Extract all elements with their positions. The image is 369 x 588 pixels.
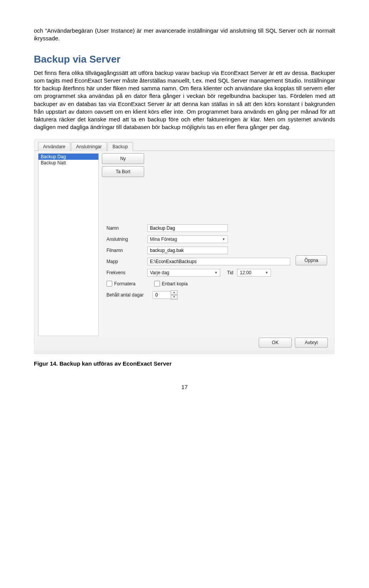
copyonly-checkbox[interactable] [154, 281, 160, 287]
paragraph-body: Det finns flera olika tillvägagångssätt … [34, 69, 335, 131]
filename-input[interactable] [147, 247, 228, 254]
keepdays-spinner[interactable]: ▲ ▼ [153, 291, 178, 299]
backup-form: Namn Anslutning Mina Företag ▼ Filnamn [102, 224, 330, 299]
chevron-down-icon: ▼ [221, 237, 226, 242]
list-item[interactable]: Backup Dag [38, 154, 98, 160]
cancel-button[interactable]: Avbryt [295, 338, 328, 348]
time-select[interactable]: 12:00 ▼ [237, 269, 271, 277]
label-format: Formatera [114, 281, 154, 287]
format-checkbox[interactable] [106, 281, 112, 287]
spin-down-icon[interactable]: ▼ [171, 295, 178, 300]
paragraph-intro: och "Användarbegäran (User Instance) är … [34, 27, 335, 43]
tab-backup[interactable]: Backup [108, 142, 133, 151]
frequency-value: Varje dag [150, 270, 169, 275]
figure-caption: Figur 14. Backup kan utföras av EconExac… [34, 360, 335, 367]
chevron-down-icon: ▼ [213, 270, 219, 275]
tab-strip: Användare Anslutningar Backup [34, 139, 334, 151]
new-button[interactable]: Ny [102, 153, 144, 164]
heading-backup-via-server: Backup via Server [34, 53, 335, 65]
list-item[interactable]: Backup Natt [38, 160, 98, 166]
label-keepdays: Behåll antal dagar [106, 292, 153, 298]
label-time: Tid [220, 270, 237, 275]
label-frequency: Frekvens [106, 270, 147, 275]
connection-value: Mina Företag [150, 237, 177, 242]
label-name: Namn [106, 225, 147, 231]
label-folder: Mapp [106, 259, 147, 264]
backup-settings-window: Användare Anslutningar Backup Backup Dag… [34, 139, 334, 354]
connection-select[interactable]: Mina Företag ▼ [147, 235, 228, 243]
open-button[interactable]: Öppna [296, 255, 327, 265]
keepdays-input[interactable] [153, 291, 171, 299]
label-filename: Filnamn [106, 248, 147, 253]
page-number: 17 [34, 384, 335, 390]
label-copyonly: Enbart kopia [162, 281, 188, 287]
tab-users[interactable]: Användare [38, 142, 70, 151]
frequency-select[interactable]: Varje dag ▼ [147, 269, 220, 277]
label-connection: Anslutning [106, 237, 147, 242]
time-value: 12:00 [240, 270, 251, 275]
tab-connections[interactable]: Anslutningar [71, 142, 107, 151]
folder-input[interactable] [147, 258, 290, 265]
name-input[interactable] [147, 224, 228, 232]
spin-up-icon[interactable]: ▲ [171, 290, 178, 295]
ok-button[interactable]: OK [259, 338, 292, 348]
delete-button[interactable]: Ta Bort [102, 166, 144, 177]
backup-list[interactable]: Backup Dag Backup Natt [38, 153, 99, 336]
chevron-down-icon: ▼ [264, 270, 269, 275]
